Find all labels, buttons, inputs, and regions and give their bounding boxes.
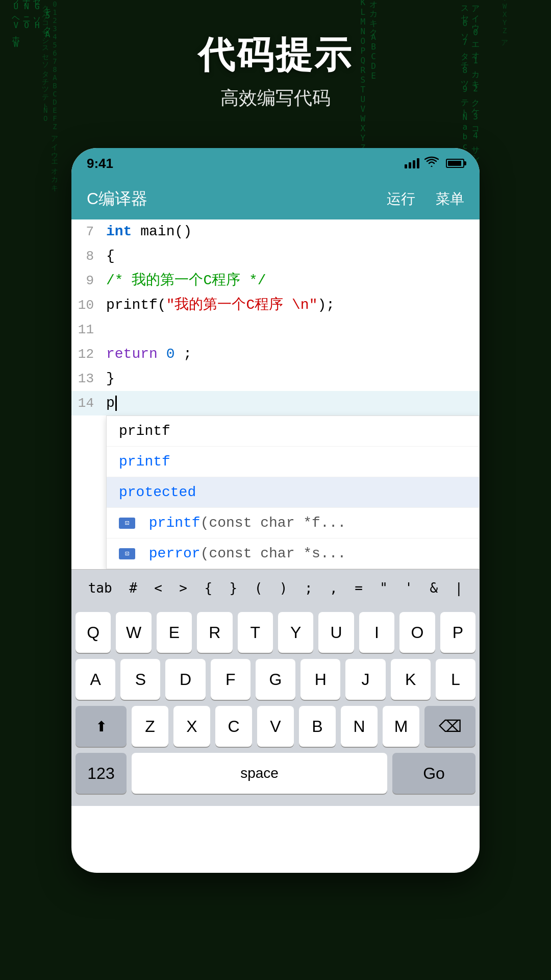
keyboard-row-4: 123 space Go	[76, 753, 475, 794]
go-label: Go	[423, 764, 445, 783]
special-keys-bar: tab # < > { } ( ) ; , = " ' & |	[71, 569, 480, 606]
line-number-9: 9	[71, 268, 102, 293]
status-bar: 9:41	[71, 148, 480, 179]
code-content-14: p	[102, 391, 480, 415]
code-content-7: int main()	[102, 219, 480, 244]
ac-params-5: (const char *s...	[201, 546, 346, 561]
sub-title: 高效编写代码	[0, 86, 551, 111]
func-icon-5: ⊡	[119, 548, 135, 559]
code-content-8: {	[102, 244, 480, 268]
key-b[interactable]: B	[299, 706, 336, 747]
typed-char: p	[106, 395, 115, 411]
key-z[interactable]: Z	[132, 706, 168, 747]
key-pipe[interactable]: |	[450, 576, 468, 600]
key-amp[interactable]: &	[424, 576, 443, 600]
printf-string: "我的第一个C程序 \n"	[166, 297, 318, 313]
key-t[interactable]: T	[238, 612, 273, 653]
code-line-7: 7 int main()	[71, 219, 480, 244]
key-rbrace[interactable]: }	[224, 576, 243, 600]
delete-icon: ⌫	[439, 717, 462, 736]
key-tab[interactable]: tab	[83, 576, 117, 600]
line-number-10: 10	[71, 293, 102, 317]
key-i[interactable]: I	[359, 612, 394, 653]
autocomplete-dropdown[interactable]: printf printf protected ⊡ printf(const c…	[106, 415, 480, 569]
key-v[interactable]: V	[257, 706, 294, 747]
key-a[interactable]: A	[76, 659, 115, 700]
key-rparen[interactable]: )	[274, 576, 293, 600]
key-f[interactable]: F	[211, 659, 251, 700]
key-s[interactable]: S	[120, 659, 160, 700]
battery-icon	[446, 159, 464, 168]
key-d[interactable]: D	[165, 659, 205, 700]
status-icons	[405, 156, 464, 170]
keyboard-row-1: Q W E R T Y U I O P	[76, 612, 475, 653]
autocomplete-item-5[interactable]: ⊡ perror(const char *s...	[107, 538, 479, 569]
comment-text: /* 我的第一个C程序 */	[106, 273, 266, 288]
key-p[interactable]: P	[440, 612, 475, 653]
code-line-8: 8 {	[71, 244, 480, 268]
key-g[interactable]: G	[256, 659, 295, 700]
space-key[interactable]: space	[132, 753, 387, 794]
key-k[interactable]: K	[391, 659, 431, 700]
key-squote[interactable]: '	[399, 576, 418, 600]
text-cursor	[115, 396, 117, 411]
ac-text-1: printf	[119, 423, 170, 439]
printf-func: printf(	[106, 297, 166, 313]
code-content-13: }	[102, 366, 480, 391]
go-key[interactable]: Go	[392, 753, 475, 794]
key-u[interactable]: U	[318, 612, 354, 653]
key-w[interactable]: W	[116, 612, 151, 653]
autocomplete-item-3[interactable]: protected	[107, 477, 479, 508]
autocomplete-item-4[interactable]: ⊡ printf(const char *f...	[107, 508, 479, 538]
key-gt[interactable]: >	[174, 576, 192, 600]
key-m[interactable]: M	[383, 706, 419, 747]
signal-icon	[405, 158, 419, 168]
code-content-10: printf("我的第一个C程序 \n");	[102, 293, 480, 317]
autocomplete-item-1[interactable]: printf	[107, 416, 479, 447]
ac-func-5: perror	[149, 546, 201, 561]
key-hash[interactable]: #	[124, 576, 142, 600]
key-y[interactable]: Y	[278, 612, 313, 653]
key-dquote[interactable]: "	[374, 576, 393, 600]
keyword-int: int	[106, 224, 132, 239]
key-x[interactable]: X	[173, 706, 210, 747]
space-label: space	[240, 765, 279, 781]
autocomplete-item-2[interactable]: printf	[107, 447, 479, 477]
key-r[interactable]: R	[197, 612, 232, 653]
key-lbrace[interactable]: {	[199, 576, 217, 600]
shift-key[interactable]: ⬆	[76, 706, 127, 747]
key-equals[interactable]: =	[349, 576, 368, 600]
return-value: 0	[166, 346, 175, 362]
func-icon-4: ⊡	[119, 518, 135, 529]
key-comma[interactable]: ,	[324, 576, 343, 600]
key-lt[interactable]: <	[149, 576, 167, 600]
code-content-9: /* 我的第一个C程序 */	[102, 268, 480, 293]
code-line-11: 11	[71, 317, 480, 342]
menu-button[interactable]: 菜单	[436, 189, 464, 209]
key-l[interactable]: L	[436, 659, 475, 700]
numbers-key[interactable]: 123	[76, 753, 127, 794]
run-button[interactable]: 运行	[387, 189, 415, 209]
key-lparen[interactable]: (	[249, 576, 268, 600]
key-h[interactable]: H	[300, 659, 340, 700]
key-j[interactable]: J	[345, 659, 385, 700]
printf-end: );	[317, 297, 335, 313]
line-number-14: 14	[71, 391, 102, 415]
keyboard: Q W E R T Y U I O P A S D F G H J K L ⬆	[71, 606, 480, 806]
code-editor[interactable]: 7 int main() 8 { 9 /* 我的第一个C程序 */ 10 pri…	[71, 219, 480, 569]
key-n[interactable]: N	[341, 706, 378, 747]
code-line-12: 12 return 0 ;	[71, 342, 480, 366]
code-content-12: return 0 ;	[102, 342, 480, 366]
key-semi[interactable]: ;	[299, 576, 318, 600]
key-q[interactable]: Q	[76, 612, 111, 653]
return-semi: ;	[183, 346, 192, 362]
line-number-12: 12	[71, 342, 102, 366]
key-c[interactable]: C	[215, 706, 252, 747]
key-o[interactable]: O	[399, 612, 435, 653]
line-number-8: 8	[71, 244, 102, 268]
shift-icon: ⬆	[95, 718, 107, 735]
key-e[interactable]: E	[157, 612, 192, 653]
keyboard-row-2: A S D F G H J K L	[76, 659, 475, 700]
phone-frame: 9:41 C编译器 运行 菜单	[71, 148, 480, 873]
delete-key[interactable]: ⌫	[424, 706, 475, 747]
